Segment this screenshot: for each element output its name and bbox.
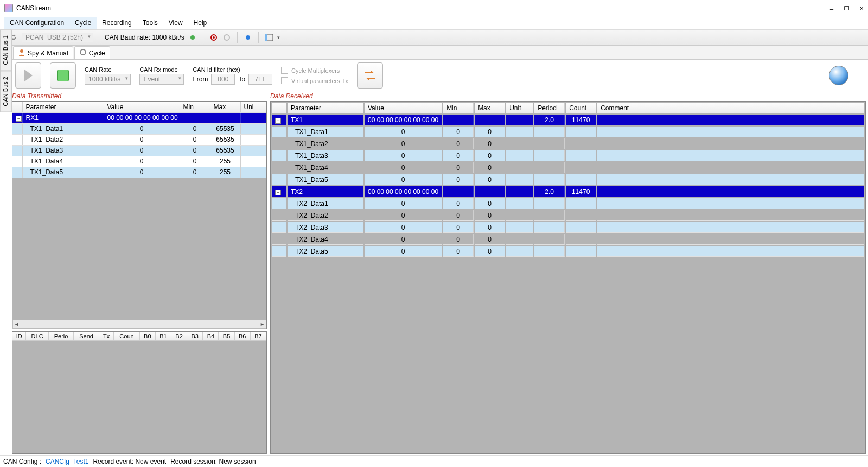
status-record-session: Record session: New session <box>170 458 256 465</box>
side-tab-bus1[interactable]: CAN Bus 1 <box>0 29 12 71</box>
table-row[interactable]: TX1_Data3 00 0 <box>272 150 864 161</box>
raw-col[interactable]: Tx <box>99 332 113 341</box>
content-area: CAN Rate 1000 kBit/s CAN Rx mode Event C… <box>12 60 866 454</box>
maximize-button[interactable]: 🗖 <box>844 5 850 11</box>
table-row[interactable]: TX1_Data2 00 65535 <box>12 134 266 145</box>
controls-row: CAN Rate 1000 kBit/s CAN Rx mode Event C… <box>12 60 866 91</box>
chk-multiplex[interactable] <box>281 67 288 74</box>
table-row[interactable]: TX1_Data2 00 0 <box>272 138 864 149</box>
status-record-event: Record event: New event <box>93 458 166 465</box>
table-row[interactable]: TX1_Data5 00 255 <box>12 167 266 178</box>
tx-grid[interactable]: Parameter Value Min Max Uni − RX100 00 0… <box>12 101 267 329</box>
tx-col-max[interactable]: Max <box>210 102 240 112</box>
svg-point-7 <box>20 49 23 53</box>
rx-col-unit[interactable]: Unit <box>506 103 533 113</box>
tab-spy-manual[interactable]: Spy & Manual <box>13 46 73 59</box>
menu-help[interactable]: Help <box>188 17 213 29</box>
rx-col-value[interactable]: Value <box>365 103 442 113</box>
window-title: CANStream <box>16 4 51 12</box>
raw-col[interactable]: B4 <box>203 332 219 341</box>
rx-col-period[interactable]: Period <box>534 103 565 113</box>
menu-can-config[interactable]: CAN Configuration <box>4 17 69 29</box>
raw-col[interactable]: Send <box>74 332 99 341</box>
menu-tools[interactable]: Tools <box>137 17 163 29</box>
rate-select[interactable]: 1000 kBit/s <box>85 74 131 85</box>
rx-mode-select[interactable]: Event <box>139 74 184 85</box>
minimize-button[interactable]: 🗕 <box>829 5 834 11</box>
raw-col[interactable]: B0 <box>139 332 155 341</box>
stop-button[interactable] <box>50 62 76 89</box>
table-row[interactable]: TX1_Data4 00 255 <box>12 156 266 167</box>
svg-point-2 <box>213 36 215 39</box>
raw-col[interactable]: DLC <box>26 332 48 341</box>
raw-col[interactable]: B6 <box>234 332 250 341</box>
tx-col-min[interactable]: Min <box>180 102 210 112</box>
table-row[interactable]: TX1_Data1 00 65535 <box>12 123 266 134</box>
tabstrip: Spy & Manual Cycle <box>0 46 868 60</box>
table-row[interactable]: TX1_Data5 00 0 <box>272 174 864 185</box>
table-row[interactable]: TX2_Data4 00 0 <box>272 234 864 245</box>
menu-view[interactable]: View <box>163 17 188 29</box>
to-input[interactable] <box>248 74 272 85</box>
swap-button[interactable] <box>357 62 383 89</box>
tx-group-row[interactable]: − RX100 00 00 00 00 00 00 00 <box>12 112 266 123</box>
rx-col-expand[interactable] <box>272 103 286 113</box>
cycle-icon <box>79 48 87 58</box>
table-row[interactable]: TX2_Data1 00 0 <box>272 198 864 209</box>
raw-col[interactable]: Perio <box>48 332 74 341</box>
tab-spy-label: Spy & Manual <box>28 49 68 57</box>
rx-col-comment[interactable]: Comment <box>597 103 864 113</box>
side-tab-bus2[interactable]: CAN Bus 2 <box>0 71 12 112</box>
app-icon <box>4 4 13 12</box>
table-row[interactable]: TX1_Data4 00 0 <box>272 162 864 173</box>
to-label: To <box>238 75 245 83</box>
layout-dropdown-icon[interactable]: ▾ <box>277 35 280 40</box>
status-orb-icon <box>829 66 848 85</box>
table-row[interactable]: TX1_Data3 00 65535 <box>12 145 266 156</box>
raw-col[interactable]: B3 <box>187 332 203 341</box>
rx-col-min[interactable]: Min <box>443 103 474 113</box>
svg-point-4 <box>246 35 250 40</box>
status-config-link[interactable]: CANCfg_Test1 <box>46 458 88 465</box>
table-row[interactable]: TX1_Data1 00 0 <box>272 127 864 137</box>
rx-grid[interactable]: Parameter Value Min Max Unit Period Coun… <box>270 101 866 454</box>
record-toggle-icon[interactable] <box>243 33 253 42</box>
table-row[interactable]: TX2_Data2 00 0 <box>272 210 864 221</box>
side-tabs: CAN Bus 1 CAN Bus 2 <box>0 29 12 112</box>
tab-cycle[interactable]: Cycle <box>74 46 110 59</box>
rx-mode-label: CAN Rx mode <box>139 66 184 73</box>
raw-col[interactable]: Coun <box>114 332 139 341</box>
rx-group-row[interactable]: − TX200 00 00 00 00 00 00 00 2.011470 <box>272 186 864 197</box>
table-row[interactable]: TX2_Data5 00 0 <box>272 246 864 257</box>
raw-col[interactable]: ID <box>12 332 26 341</box>
raw-grid[interactable]: IDDLCPerioSendTxCounB0B1B2B3B4B5B6B7 <box>12 331 267 454</box>
menu-cycle[interactable]: Cycle <box>69 17 97 29</box>
tx-col-expand[interactable] <box>12 102 22 112</box>
rx-group-row[interactable]: − TX100 00 00 00 00 00 00 00 2.011470 <box>272 115 864 125</box>
device-select[interactable]: PCAN_USB 2 (52h) <box>22 33 93 42</box>
id-filter-label: CAN Id filter (hex) <box>193 66 272 73</box>
record-button[interactable] <box>209 33 219 42</box>
stop-record-button[interactable] <box>222 33 232 42</box>
rx-col-max[interactable]: Max <box>475 103 505 113</box>
tx-col-value[interactable]: Value <box>104 102 180 112</box>
layout-button[interactable] <box>264 33 274 42</box>
tx-col-param[interactable]: Parameter <box>22 102 104 112</box>
from-input[interactable] <box>211 74 235 85</box>
rx-col-param[interactable]: Parameter <box>288 103 363 113</box>
tx-col-unit[interactable]: Uni <box>240 102 266 112</box>
tx-hscroll[interactable]: ◄► <box>12 320 266 329</box>
chk-multiplex-label: Cycle Multiplexers <box>291 67 340 74</box>
menubar: CAN Configuration Cycle Recording Tools … <box>0 16 868 29</box>
raw-col[interactable]: B5 <box>219 332 234 341</box>
raw-col[interactable]: B1 <box>155 332 171 341</box>
chk-virtual[interactable] <box>281 77 288 84</box>
close-button[interactable]: ✕ <box>859 5 864 11</box>
play-button[interactable] <box>15 62 41 89</box>
raw-col[interactable]: B2 <box>171 332 187 341</box>
table-row[interactable]: TX2_Data3 00 0 <box>272 222 864 233</box>
raw-col[interactable]: B7 <box>250 332 266 341</box>
rx-col-count[interactable]: Count <box>566 103 596 113</box>
menu-recording[interactable]: Recording <box>97 17 137 29</box>
chk-virtual-label: Virtual parameters Tx <box>291 78 348 84</box>
